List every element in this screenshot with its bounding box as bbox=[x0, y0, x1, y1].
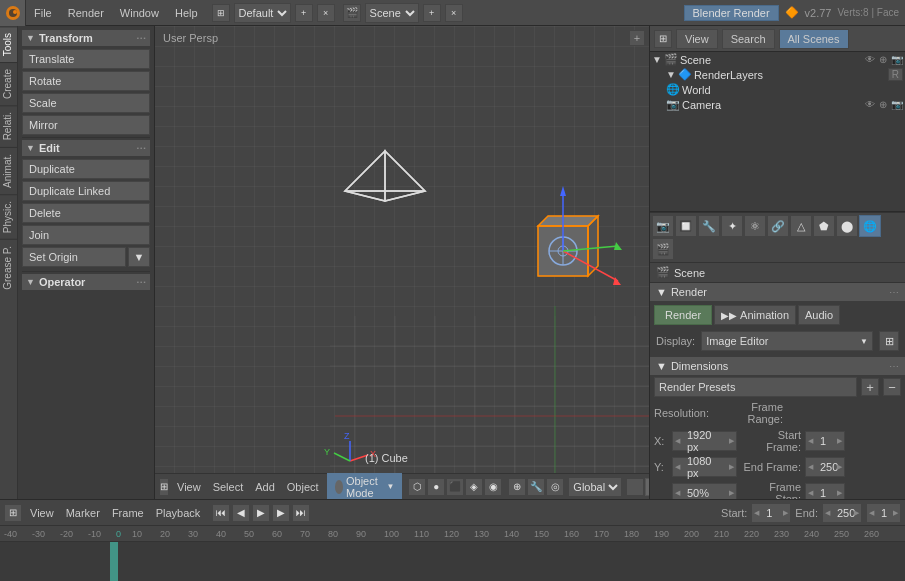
add-menu[interactable]: Add bbox=[251, 479, 279, 495]
prop-icon-camera[interactable]: 📷 bbox=[652, 215, 674, 237]
proportional-btn[interactable]: ◎ bbox=[546, 478, 564, 496]
view-tab[interactable]: View bbox=[676, 29, 718, 49]
res-y-input[interactable]: 1080 px bbox=[672, 457, 737, 477]
tab-relations[interactable]: Relati. bbox=[0, 105, 17, 146]
duplicate-linked-button[interactable]: Duplicate Linked bbox=[22, 181, 150, 201]
timeline-track[interactable] bbox=[0, 542, 905, 581]
engine-selector[interactable]: Blender Render bbox=[684, 5, 779, 21]
rendered-btn[interactable]: ◉ bbox=[484, 478, 502, 496]
render-presets-selector[interactable]: Render Presets bbox=[654, 377, 857, 397]
render-section-header[interactable]: ▼ Render ⋯ bbox=[650, 283, 905, 301]
snap-btn[interactable]: 🔧 bbox=[527, 478, 545, 496]
screen-layout-icon[interactable]: ⊞ bbox=[212, 4, 230, 22]
scene-add-icon[interactable]: + bbox=[423, 4, 441, 22]
solid-btn[interactable]: ● bbox=[427, 478, 445, 496]
camera-cursor-icon[interactable]: ⊕ bbox=[879, 99, 887, 110]
skip-end-btn[interactable]: ⏭ bbox=[292, 504, 310, 522]
render-icon[interactable]: 📷 bbox=[891, 54, 903, 65]
mirror-button[interactable]: Mirror bbox=[22, 115, 150, 135]
dimensions-header[interactable]: ▼ Dimensions ⋯ bbox=[650, 357, 905, 375]
search-tab[interactable]: Search bbox=[722, 29, 775, 49]
end-frame-input[interactable]: 250 bbox=[805, 457, 845, 477]
camera-render-icon[interactable]: 📷 bbox=[891, 99, 903, 110]
rotate-button[interactable]: Rotate bbox=[22, 71, 150, 91]
material-btn[interactable]: ◈ bbox=[465, 478, 483, 496]
viewport-add-icon[interactable]: + bbox=[629, 30, 645, 46]
scale-button[interactable]: Scale bbox=[22, 93, 150, 113]
tab-tools[interactable]: Tools bbox=[0, 26, 17, 62]
select-menu[interactable]: Select bbox=[209, 479, 248, 495]
object-menu[interactable]: Object bbox=[283, 479, 323, 495]
timeline-frame-menu[interactable]: Frame bbox=[108, 505, 148, 521]
prop-icon-object[interactable]: 🔲 bbox=[675, 215, 697, 237]
play-btn[interactable]: ▶ bbox=[252, 504, 270, 522]
layer-2[interactable] bbox=[645, 478, 650, 496]
render-menu[interactable]: Render bbox=[60, 0, 112, 25]
cursor-icon[interactable]: ⊕ bbox=[879, 54, 887, 65]
edit-section-header[interactable]: ▼ Edit ⋯ bbox=[22, 140, 150, 156]
viewport-menu-icon[interactable]: ⊞ bbox=[159, 478, 169, 496]
mode-selector[interactable]: Object Mode ▼ bbox=[327, 473, 403, 500]
help-menu[interactable]: Help bbox=[167, 0, 206, 25]
display-icon-btn[interactable]: ⊞ bbox=[879, 331, 899, 351]
outliner-camera[interactable]: 📷 Camera 👁 ⊕ 📷 bbox=[650, 97, 905, 112]
eye-icon[interactable]: 👁 bbox=[865, 54, 875, 65]
start-frame-bottom[interactable]: 1 bbox=[751, 503, 791, 523]
prop-icon-texture[interactable]: ⬤ bbox=[836, 215, 858, 237]
prev-frame-btn[interactable]: ◀ bbox=[232, 504, 250, 522]
view-menu[interactable]: View bbox=[173, 479, 205, 495]
skip-start-btn[interactable]: ⏮ bbox=[212, 504, 230, 522]
prop-icon-world[interactable]: 🌐 bbox=[859, 215, 881, 237]
timeline-menu-icon[interactable]: ⊞ bbox=[4, 504, 22, 522]
prop-icon-modifier[interactable]: 🔧 bbox=[698, 215, 720, 237]
layout-add-icon[interactable]: + bbox=[295, 4, 313, 22]
prop-icon-data[interactable]: △ bbox=[790, 215, 812, 237]
outliner-menu-icon[interactable]: ⊞ bbox=[654, 30, 672, 48]
layer-1[interactable] bbox=[626, 478, 644, 496]
wireframe-btn[interactable]: ⬡ bbox=[408, 478, 426, 496]
timeline-view-menu[interactable]: View bbox=[26, 505, 58, 521]
timeline-marker-menu[interactable]: Marker bbox=[62, 505, 104, 521]
current-frame-bottom[interactable]: 1 bbox=[866, 503, 901, 523]
blender-logo[interactable] bbox=[0, 0, 26, 26]
join-button[interactable]: Join bbox=[22, 225, 150, 245]
next-frame-btn[interactable]: ▶ bbox=[272, 504, 290, 522]
translate-button[interactable]: Translate bbox=[22, 49, 150, 69]
tab-animation[interactable]: Animat. bbox=[0, 147, 17, 194]
tab-grease[interactable]: Grease P. bbox=[0, 239, 17, 296]
audio-button[interactable]: Audio bbox=[798, 305, 840, 325]
render-layers-btn[interactable]: R bbox=[888, 68, 903, 81]
texture-btn[interactable]: ⬛ bbox=[446, 478, 464, 496]
set-origin-arrow[interactable]: ▼ bbox=[128, 247, 150, 267]
outliner-render-layers[interactable]: ▼ 🔷 RenderLayers R bbox=[650, 67, 905, 82]
duplicate-button[interactable]: Duplicate bbox=[22, 159, 150, 179]
pivot-btn[interactable]: ⊕ bbox=[508, 478, 526, 496]
prop-icon-constraints[interactable]: 🔗 bbox=[767, 215, 789, 237]
display-selector[interactable]: Image Editor ▼ bbox=[701, 331, 873, 351]
res-percent-input[interactable]: 50% bbox=[672, 483, 737, 499]
res-x-input[interactable]: 1920 px bbox=[672, 431, 737, 451]
prop-icon-particles[interactable]: ✦ bbox=[721, 215, 743, 237]
file-menu[interactable]: File bbox=[26, 0, 60, 25]
viewport[interactable]: User Persp bbox=[155, 26, 650, 499]
frame-step-input[interactable]: 1 bbox=[805, 483, 845, 499]
prop-icon-physics[interactable]: ⚛ bbox=[744, 215, 766, 237]
all-scenes-tab[interactable]: All Scenes bbox=[779, 29, 849, 49]
camera-eye-icon[interactable]: 👁 bbox=[865, 99, 875, 110]
animation-button[interactable]: ▶▶ Animation bbox=[714, 305, 796, 325]
outliner-world[interactable]: 🌐 World bbox=[650, 82, 905, 97]
scene-select[interactable]: Scene bbox=[365, 3, 419, 23]
tab-create[interactable]: Create bbox=[0, 62, 17, 105]
end-frame-bottom[interactable]: 250 bbox=[822, 503, 862, 523]
timeline-playback-menu[interactable]: Playback bbox=[152, 505, 205, 521]
delete-button[interactable]: Delete bbox=[22, 203, 150, 223]
scene-close-icon[interactable]: × bbox=[445, 4, 463, 22]
start-frame-input[interactable]: 1 bbox=[805, 431, 845, 451]
outliner-scene[interactable]: ▼ 🎬 Scene 👁 ⊕ 📷 bbox=[650, 52, 905, 67]
layout-select[interactable]: Default bbox=[234, 3, 291, 23]
presets-remove-btn[interactable]: − bbox=[883, 378, 901, 396]
prop-icon-material[interactable]: ⬟ bbox=[813, 215, 835, 237]
render-button[interactable]: Render bbox=[654, 305, 712, 325]
transform-section-header[interactable]: ▼ Transform ⋯ bbox=[22, 30, 150, 46]
window-menu[interactable]: Window bbox=[112, 0, 167, 25]
